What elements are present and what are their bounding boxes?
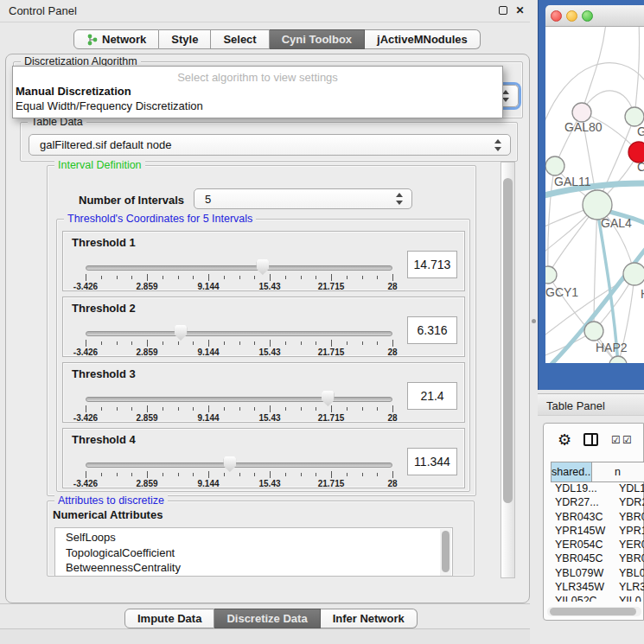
slider-track[interactable]	[86, 462, 392, 468]
algorithm-option[interactable]: Manual Discretization	[13, 84, 502, 99]
slider-track[interactable]	[86, 331, 392, 336]
table-cell[interactable]: YER054C	[551, 539, 615, 552]
table-row[interactable]: YBR043CYBR0	[551, 511, 644, 525]
table-cell[interactable]: YDL1	[615, 482, 644, 496]
splitter-grip-icon[interactable]	[532, 319, 536, 323]
table-cell[interactable]: YLR3	[615, 581, 644, 595]
table-cell[interactable]: YBR0	[615, 552, 644, 566]
zoom-traffic-icon[interactable]	[582, 10, 593, 22]
node-label-partial-h: H	[641, 287, 644, 301]
table-toolbar: ⚙ ☑ ☑	[544, 424, 643, 456]
slider-tick-labels: -3.4262.8599.14415.4321.71528	[86, 348, 392, 358]
table-hscroll-thumb[interactable]	[550, 608, 636, 615]
checkbox-icon[interactable]: ☑	[622, 434, 632, 446]
attribute-list-item[interactable]: TopologicalCoefficient	[66, 545, 452, 561]
divider	[0, 603, 536, 604]
table-cell[interactable]: YBL079W	[551, 567, 615, 581]
slider-track[interactable]	[86, 397, 392, 402]
table-row[interactable]: YER054CYER0	[551, 539, 644, 552]
threshold-label: Threshold 4	[72, 433, 136, 446]
threshold-2-slider[interactable]: -3.4262.8599.14415.4321.71528	[86, 328, 392, 351]
node-gal80[interactable]	[572, 103, 591, 122]
threshold-1-value-field[interactable]: 14.713	[407, 251, 457, 278]
stepper-icon	[494, 139, 502, 151]
slider-thumb[interactable]	[223, 456, 236, 472]
attribute-list-item[interactable]: BetweennessCentrality	[66, 560, 452, 576]
tab-infer-network[interactable]: Infer Network	[321, 609, 418, 628]
table-row[interactable]: YBL079WYBL0	[551, 567, 644, 581]
tab-style[interactable]: Style	[159, 29, 211, 49]
network-canvas[interactable]: GAL80 GA C GAL11 GAL4 GCY1 H HAP2	[545, 27, 644, 363]
threshold-1-slider[interactable]: -3.4262.8599.14415.4321.71528	[86, 263, 392, 285]
table-cell[interactable]: YBR043C	[551, 511, 615, 525]
table-body: YDL19...YDL1YDR27...YDR2YBR043CYBR0YPR14…	[551, 482, 644, 602]
node-gcy1[interactable]	[545, 266, 557, 284]
table-panel-card: ⚙ ☑ ☑ shared... n YDL19...YDL1YDR27...YD…	[543, 423, 644, 621]
node-gal4[interactable]	[583, 190, 612, 220]
threshold-4-slider[interactable]: -3.4262.8599.14415.4321.71528	[86, 460, 392, 482]
table-cell[interactable]: YPR145W	[551, 525, 615, 539]
tab-impute-data[interactable]: Impute Data	[124, 609, 214, 628]
checkbox-icon[interactable]: ☑	[611, 434, 621, 446]
table-cell[interactable]: YBL0	[615, 567, 644, 581]
tab-select[interactable]: Select	[211, 29, 269, 49]
float-window-icon[interactable]	[497, 5, 508, 16]
bottom-tab-bar: Impute Data Discretize Data Infer Networ…	[124, 609, 418, 628]
threshold-2-value-field[interactable]: 6.316	[407, 316, 457, 344]
tab-network[interactable]: Network	[73, 29, 159, 49]
table-horizontal-scrollbar[interactable]	[547, 607, 641, 616]
slider-track[interactable]	[86, 265, 392, 271]
panel-splitter[interactable]	[530, 0, 538, 644]
tab-cyni-toolbox[interactable]: Cyni Toolbox	[270, 29, 365, 49]
node-top-right[interactable]	[625, 107, 644, 126]
table-row[interactable]: YDR27...YDR2	[551, 496, 644, 510]
table-cell[interactable]: YDL19...	[551, 482, 615, 496]
table-cell[interactable]: YIL0	[615, 595, 644, 602]
network-window-titlebar[interactable]	[545, 5, 644, 27]
top-tab-bar: Network Style Select Cyni Toolbox jActiv…	[73, 29, 481, 49]
split-columns-icon[interactable]	[583, 433, 598, 446]
table-row[interactable]: YIL052CYIL0	[551, 595, 644, 602]
table-cell[interactable]: YLR345W	[551, 581, 615, 595]
table-cell[interactable]: YDR2	[615, 496, 644, 510]
table-cell[interactable]: YIL052C	[551, 595, 615, 602]
table-row[interactable]: YPR145WYPR1	[551, 525, 644, 539]
settings-scrollbar-thumb[interactable]	[503, 178, 513, 503]
tab-jactivemnodules[interactable]: jActiveMNodules	[365, 29, 481, 49]
node-gal11[interactable]	[545, 156, 564, 175]
attribute-list-item[interactable]: SelfLoops	[66, 530, 452, 545]
column-header-name[interactable]: n	[592, 462, 644, 481]
tab-discretize-data[interactable]: Discretize Data	[214, 609, 320, 628]
table-row[interactable]: YBR045CYBR0	[551, 552, 644, 566]
node-hap2[interactable]	[584, 322, 603, 341]
threshold-3-slider[interactable]: -3.4262.8599.14415.4321.71528	[86, 394, 392, 417]
slider-thumb[interactable]	[256, 259, 269, 275]
minimize-traffic-icon[interactable]	[566, 10, 577, 22]
table-row[interactable]: YLR345WYLR3	[551, 581, 644, 595]
slider-thumb[interactable]	[175, 325, 188, 341]
close-icon[interactable]: ✕	[514, 5, 526, 16]
threshold-3-box: Threshold 3 -3.4262.8599.14415.4321.7152…	[62, 362, 465, 423]
table-cell[interactable]: YPR1	[615, 525, 644, 539]
algorithm-option[interactable]: Equal Width/Frequency Discretization	[13, 99, 502, 113]
numerical-attributes-list[interactable]: SelfLoopsTopologicalCoefficientBetweenne…	[54, 527, 453, 577]
popup-placeholder: Select algorithm to view settings	[13, 67, 502, 84]
close-traffic-icon[interactable]	[551, 10, 562, 22]
num-intervals-combo[interactable]: 5	[194, 188, 412, 209]
table-cell[interactable]: YER0	[615, 539, 644, 552]
table-row[interactable]: YDL19...YDL1	[551, 482, 644, 496]
attributes-list-scrollbar[interactable]	[440, 529, 451, 577]
table-cell[interactable]: YBR045C	[551, 552, 615, 566]
node-label-gal80: GAL80	[564, 120, 603, 134]
interval-definition-group: Interval Definition Number of Intervals …	[47, 165, 476, 496]
table-data-combo[interactable]: galFiltered.sif default node	[29, 134, 511, 156]
table-cell[interactable]: YDR27...	[551, 496, 615, 510]
table-cell[interactable]: YBR0	[615, 511, 644, 525]
slider-thumb[interactable]	[322, 391, 335, 406]
column-header-shared-name[interactable]: shared...	[552, 462, 592, 481]
threshold-4-value-field[interactable]: 11.344	[407, 448, 457, 475]
threshold-3-value-field[interactable]: 21.4	[407, 382, 457, 410]
gear-icon[interactable]: ⚙	[558, 430, 571, 450]
settings-scrollbar[interactable]	[501, 162, 515, 578]
node-right-mid[interactable]	[623, 263, 644, 285]
